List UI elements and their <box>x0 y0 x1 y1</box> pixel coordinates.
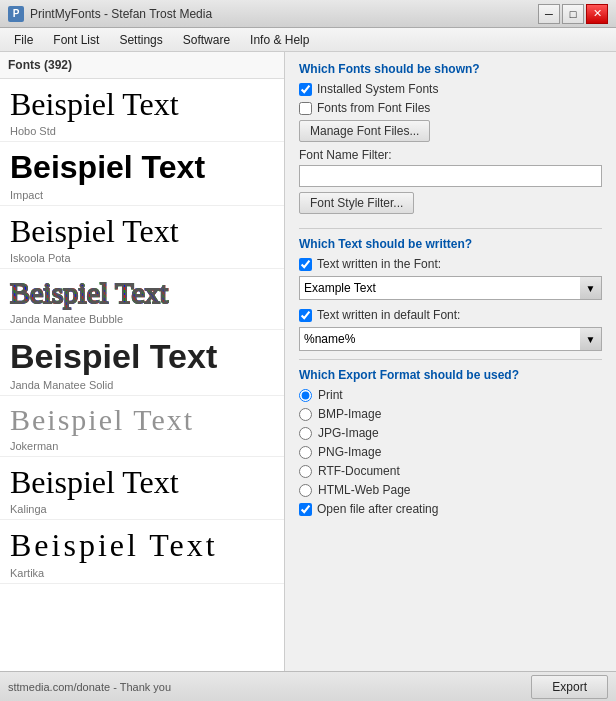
app-icon: P <box>8 6 24 22</box>
installed-fonts-row: Installed System Fonts <box>299 82 602 96</box>
text-in-default-dropdown[interactable]: %name% <box>299 327 602 351</box>
text-in-default-dropdown-container: %name% ▼ <box>299 327 602 351</box>
list-item[interactable]: Beispiel Text Jokerman <box>0 396 284 457</box>
font-files-row: Fonts from Font Files <box>299 101 602 115</box>
which-export-title: Which Export Format should be used? <box>299 368 602 382</box>
status-bar: sttmedia.com/donate - Thank you Export <box>0 671 616 701</box>
menu-file[interactable]: File <box>4 29 43 51</box>
text-in-font-label: Text written in the Font: <box>317 257 441 271</box>
export-png-row: PNG-Image <box>299 445 602 459</box>
minimize-button[interactable]: ─ <box>538 4 560 24</box>
title-bar: P PrintMyFonts - Stefan Trost Media ─ □ … <box>0 0 616 28</box>
font-name: Kartika <box>10 567 274 579</box>
list-item[interactable]: Beispiel Text Janda Manatee Solid <box>0 330 284 396</box>
font-name: Impact <box>10 189 274 201</box>
text-in-default-label: Text written in default Font: <box>317 308 460 322</box>
open-file-row: Open file after creating <box>299 502 602 516</box>
font-sample: Beispiel Text <box>10 463 274 501</box>
which-text-title: Which Text should be written? <box>299 237 602 251</box>
list-item[interactable]: Beispiel Text Kartika <box>0 520 284 583</box>
menu-info-help[interactable]: Info & Help <box>240 29 319 51</box>
text-in-font-dropdown[interactable]: Example Text <box>299 276 602 300</box>
divider-2 <box>299 359 602 360</box>
list-item[interactable]: Beispiel Text Janda Manatee Bubble <box>0 269 284 330</box>
font-name-filter-input[interactable] <box>299 165 602 187</box>
font-sample: Beispiel Text <box>10 402 274 438</box>
open-file-checkbox[interactable] <box>299 503 312 516</box>
maximize-button[interactable]: □ <box>562 4 584 24</box>
font-files-label: Fonts from Font Files <box>317 101 430 115</box>
menu-font-list[interactable]: Font List <box>43 29 109 51</box>
right-panel: Which Fonts should be shown? Installed S… <box>285 52 616 671</box>
font-sample: Beispiel Text <box>10 148 274 186</box>
export-png-radio[interactable] <box>299 446 312 459</box>
export-html-row: HTML-Web Page <box>299 483 602 497</box>
export-print-row: Print <box>299 388 602 402</box>
font-sample: Beispiel Text <box>10 85 274 123</box>
export-bmp-label: BMP-Image <box>318 407 381 421</box>
list-item[interactable]: Beispiel Text Impact <box>0 142 284 205</box>
font-name: Jokerman <box>10 440 274 452</box>
font-sample: Beispiel Text <box>10 336 274 377</box>
export-jpg-radio[interactable] <box>299 427 312 440</box>
font-name: Janda Manatee Solid <box>10 379 274 391</box>
text-in-default-checkbox[interactable] <box>299 309 312 322</box>
font-name: Hobo Std <box>10 125 274 137</box>
title-bar-left: P PrintMyFonts - Stefan Trost Media <box>8 6 212 22</box>
text-in-font-row: Text written in the Font: <box>299 257 602 271</box>
open-file-label: Open file after creating <box>317 502 438 516</box>
font-style-filter-button[interactable]: Font Style Filter... <box>299 192 414 214</box>
title-bar-controls: ─ □ ✕ <box>538 4 608 24</box>
font-name: Janda Manatee Bubble <box>10 313 274 325</box>
text-in-font-dropdown-container: Example Text ▼ <box>299 276 602 300</box>
list-item[interactable]: Beispiel Text Iskoola Pota <box>0 206 284 269</box>
manage-font-files-button[interactable]: Manage Font Files... <box>299 120 430 142</box>
left-panel: Fonts (392) Beispiel Text Hobo Std Beisp… <box>0 52 285 671</box>
font-sample: Beispiel Text <box>10 275 274 311</box>
list-item[interactable]: Beispiel Text Kalinga <box>0 457 284 520</box>
export-print-label: Print <box>318 388 343 402</box>
main-content: Fonts (392) Beispiel Text Hobo Std Beisp… <box>0 52 616 671</box>
status-text: sttmedia.com/donate - Thank you <box>8 681 171 693</box>
font-name: Iskoola Pota <box>10 252 274 264</box>
font-name: Kalinga <box>10 503 274 515</box>
font-list-container[interactable]: Beispiel Text Hobo Std Beispiel Text Imp… <box>0 79 284 671</box>
which-fonts-title: Which Fonts should be shown? <box>299 62 602 76</box>
installed-fonts-checkbox[interactable] <box>299 83 312 96</box>
text-in-font-checkbox[interactable] <box>299 258 312 271</box>
export-html-radio[interactable] <box>299 484 312 497</box>
fonts-header: Fonts (392) <box>0 52 284 79</box>
export-jpg-row: JPG-Image <box>299 426 602 440</box>
export-rtf-row: RTF-Document <box>299 464 602 478</box>
export-print-radio[interactable] <box>299 389 312 402</box>
export-bmp-row: BMP-Image <box>299 407 602 421</box>
export-bmp-radio[interactable] <box>299 408 312 421</box>
font-sample: Beispiel Text <box>10 526 274 564</box>
title-bar-text: PrintMyFonts - Stefan Trost Media <box>30 7 212 21</box>
menu-bar: File Font List Settings Software Info & … <box>0 28 616 52</box>
export-rtf-label: RTF-Document <box>318 464 400 478</box>
font-files-checkbox[interactable] <box>299 102 312 115</box>
export-jpg-label: JPG-Image <box>318 426 379 440</box>
font-sample: Beispiel Text <box>10 212 274 250</box>
list-item[interactable]: Beispiel Text Hobo Std <box>0 79 284 142</box>
font-name-filter-label: Font Name Filter: <box>299 148 602 162</box>
export-html-label: HTML-Web Page <box>318 483 410 497</box>
export-button[interactable]: Export <box>531 675 608 699</box>
menu-software[interactable]: Software <box>173 29 240 51</box>
export-png-label: PNG-Image <box>318 445 381 459</box>
menu-settings[interactable]: Settings <box>109 29 172 51</box>
installed-fonts-label: Installed System Fonts <box>317 82 438 96</box>
close-button[interactable]: ✕ <box>586 4 608 24</box>
divider-1 <box>299 228 602 229</box>
export-rtf-radio[interactable] <box>299 465 312 478</box>
text-in-default-row: Text written in default Font: <box>299 308 602 322</box>
